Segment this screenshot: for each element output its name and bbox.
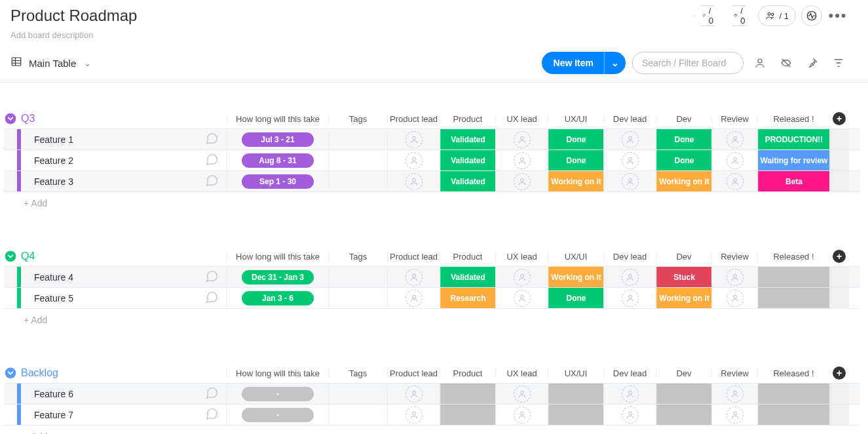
status-cell[interactable]: Done (656, 129, 711, 149)
col-product-lead[interactable]: Product lead (387, 114, 440, 124)
review-cell[interactable] (726, 290, 744, 307)
new-item-button[interactable]: New Item ⌄ (542, 52, 626, 74)
integrations-badge[interactable]: / 0 (726, 5, 752, 26)
new-item-dropdown[interactable]: ⌄ (604, 52, 626, 74)
status-cell[interactable]: Validated (440, 150, 495, 170)
status-cell[interactable] (758, 267, 829, 287)
status-cell[interactable]: Done (548, 288, 603, 308)
col-uxui[interactable]: UX/UI (548, 368, 603, 378)
col-dev[interactable]: Dev (656, 252, 711, 262)
col-uxui[interactable]: UX/UI (548, 252, 603, 262)
group-title[interactable]: Q3 (21, 113, 35, 125)
col-howlong[interactable]: How long will this take (227, 114, 328, 124)
group-title[interactable]: Q4 (21, 250, 35, 262)
review-cell[interactable] (726, 406, 744, 424)
item-name[interactable]: Feature 3 (21, 171, 227, 191)
dev-lead-cell[interactable] (622, 173, 639, 190)
search-input[interactable] (632, 52, 744, 74)
chat-icon[interactable] (204, 406, 219, 423)
collapse-toggle[interactable] (4, 250, 17, 263)
review-cell[interactable] (726, 269, 744, 286)
review-cell[interactable] (726, 152, 744, 169)
product-lead-cell[interactable] (406, 131, 423, 148)
timeline-pill[interactable]: - (242, 387, 314, 401)
col-review[interactable]: Review (711, 368, 757, 378)
members-badge[interactable]: / 1 (758, 5, 796, 26)
status-cell[interactable]: Stuck (656, 267, 711, 287)
status-cell[interactable] (440, 384, 495, 404)
status-cell[interactable]: Validated (440, 171, 495, 191)
timeline-pill[interactable]: Sep 1 - 30 (242, 174, 314, 189)
col-tags[interactable]: Tags (328, 114, 387, 124)
col-dev-lead[interactable]: Dev lead (603, 114, 656, 124)
col-howlong[interactable]: How long will this take (227, 252, 328, 262)
tags-cell[interactable] (328, 404, 387, 425)
col-product[interactable]: Product (440, 368, 495, 378)
item-name[interactable]: Feature 5 (21, 288, 227, 308)
col-ux-lead[interactable]: UX lead (495, 114, 548, 124)
chat-icon[interactable] (204, 290, 219, 306)
more-menu[interactable]: ••• (827, 5, 848, 26)
item-name[interactable]: Feature 7 (21, 404, 227, 425)
collapse-toggle[interactable] (4, 112, 17, 125)
ux-lead-cell[interactable] (514, 290, 531, 307)
page-title[interactable]: Product Roadmap (10, 7, 137, 25)
timeline-pill[interactable]: - (242, 408, 314, 422)
view-selector[interactable]: Main Table ⌄ (29, 58, 91, 69)
tags-cell[interactable] (328, 129, 387, 149)
col-howlong[interactable]: How long will this take (227, 368, 328, 378)
add-column[interactable]: + (833, 250, 846, 263)
item-name[interactable]: Feature 1 (21, 129, 227, 149)
dev-lead-cell[interactable] (622, 290, 639, 307)
tags-cell[interactable] (328, 384, 387, 404)
chat-icon[interactable] (204, 269, 219, 285)
col-tags[interactable]: Tags (328, 368, 387, 378)
col-ux-lead[interactable]: UX lead (495, 368, 548, 378)
status-cell[interactable]: PRODUCTION!! (758, 129, 829, 149)
status-cell[interactable]: Done (548, 150, 603, 170)
status-cell[interactable]: Done (548, 129, 603, 149)
ux-lead-cell[interactable] (514, 152, 531, 169)
col-dev[interactable]: Dev (656, 368, 711, 378)
status-cell[interactable] (656, 384, 711, 404)
add-column[interactable]: + (833, 366, 846, 380)
timeline-pill[interactable]: Jul 3 - 21 (242, 132, 314, 147)
ux-lead-cell[interactable] (514, 385, 531, 403)
automations-badge[interactable]: / 0 (694, 5, 721, 26)
status-cell[interactable] (440, 404, 495, 425)
ux-lead-cell[interactable] (514, 269, 531, 286)
col-product[interactable]: Product (440, 252, 495, 262)
status-cell[interactable]: Done (656, 150, 711, 170)
status-cell[interactable]: Working on it (656, 288, 711, 308)
activity-badge[interactable] (801, 5, 822, 26)
tags-cell[interactable] (328, 267, 387, 287)
ux-lead-cell[interactable] (514, 173, 531, 190)
group-title[interactable]: Backlog (21, 367, 58, 379)
status-cell[interactable]: Validated (440, 267, 495, 287)
chat-icon[interactable] (204, 385, 219, 402)
product-lead-cell[interactable] (406, 269, 423, 286)
review-cell[interactable] (726, 131, 744, 148)
col-review[interactable]: Review (711, 114, 757, 124)
col-product-lead[interactable]: Product lead (387, 252, 440, 262)
hide-columns[interactable] (776, 53, 796, 73)
filter-board[interactable] (829, 53, 848, 73)
col-released[interactable]: Released ! (757, 114, 829, 124)
chat-icon[interactable] (204, 131, 219, 148)
tags-cell[interactable] (328, 288, 387, 308)
col-dev-lead[interactable]: Dev lead (603, 368, 656, 378)
col-released[interactable]: Released ! (757, 252, 829, 262)
col-product-lead[interactable]: Product lead (387, 368, 440, 378)
dev-lead-cell[interactable] (622, 131, 639, 148)
status-cell[interactable] (548, 384, 603, 404)
status-cell[interactable] (548, 404, 603, 425)
timeline-pill[interactable]: Jan 3 - 6 (242, 291, 314, 306)
product-lead-cell[interactable] (406, 406, 423, 424)
col-dev[interactable]: Dev (656, 114, 711, 124)
item-name[interactable]: Feature 6 (21, 384, 227, 404)
item-name[interactable]: Feature 4 (21, 267, 227, 287)
add-row[interactable]: + Add (4, 308, 860, 330)
dev-lead-cell[interactable] (622, 269, 639, 286)
dev-lead-cell[interactable] (622, 385, 639, 403)
review-cell[interactable] (726, 385, 744, 403)
